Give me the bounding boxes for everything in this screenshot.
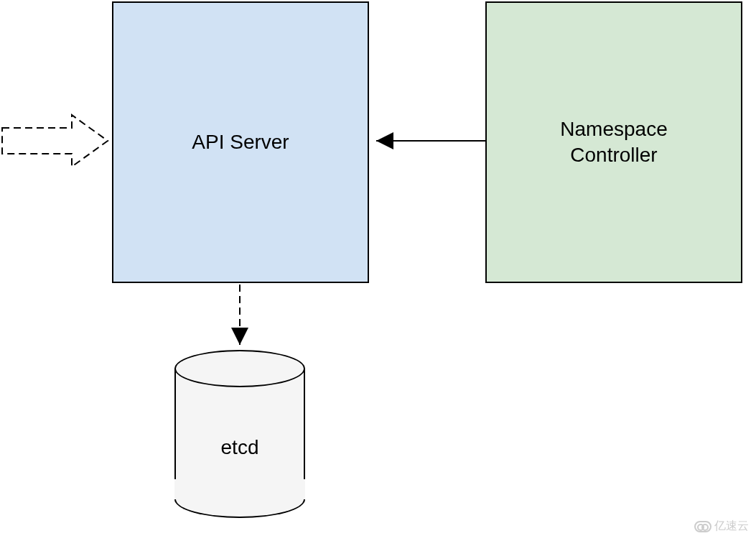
node-etcd: etcd bbox=[174, 350, 305, 518]
arrow-external-to-api bbox=[2, 115, 108, 167]
node-etcd-label: etcd bbox=[174, 436, 305, 459]
watermark: 亿速云 bbox=[694, 519, 749, 534]
node-namespace-controller-label: Namespace Controller bbox=[560, 116, 667, 169]
watermark-icon bbox=[694, 521, 711, 532]
watermark-text: 亿速云 bbox=[714, 519, 749, 534]
node-api-server-label: API Server bbox=[192, 129, 289, 155]
node-namespace-controller: Namespace Controller bbox=[485, 1, 742, 283]
node-api-server: API Server bbox=[112, 1, 369, 283]
